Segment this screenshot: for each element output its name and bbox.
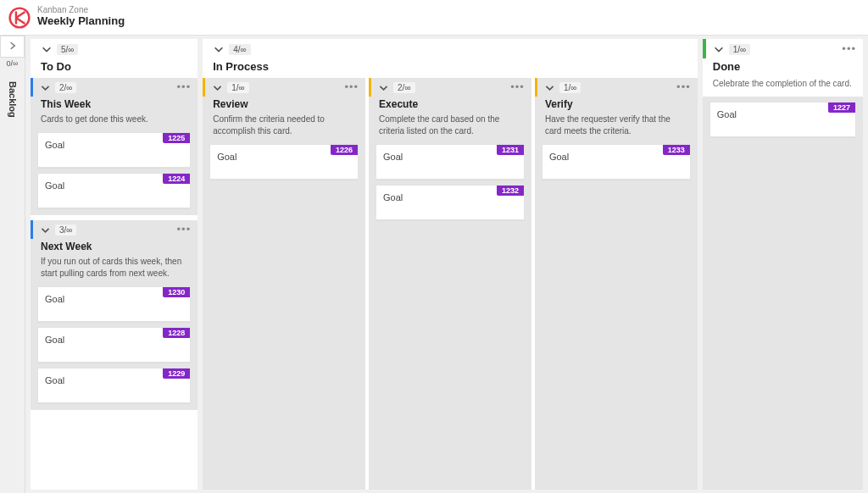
card-badge: 1231 <box>497 145 524 155</box>
card[interactable]: 1228 Goal <box>37 327 191 363</box>
lane-next-week-head: 3/∞ ••• <box>31 220 198 239</box>
card-badge: 1232 <box>497 186 524 196</box>
chevron-down-icon[interactable] <box>713 43 725 55</box>
column-in-process-wip: 4/∞ <box>229 44 250 55</box>
sublane-verify-wip: 1/∞ <box>559 82 581 93</box>
more-icon[interactable]: ••• <box>344 85 359 91</box>
card[interactable]: 1229 Goal <box>37 368 191 403</box>
lane-next-week-title: Next Week <box>31 239 198 256</box>
card-badge: 1229 <box>163 368 190 379</box>
sublane-verify-cards: 1233 Goal <box>535 144 698 180</box>
sublane-review: 1/∞ ••• Review Confirm the criteria need… <box>203 78 365 490</box>
column-in-process-sublanes: 1/∞ ••• Review Confirm the criteria need… <box>203 78 698 490</box>
card[interactable]: 1224 Goal <box>37 173 191 208</box>
column-todo: 5/∞ To Do 2/∞ ••• This Week Cards to get… <box>31 39 198 490</box>
board-title: Weekly Planning <box>37 14 125 29</box>
chevron-down-icon[interactable] <box>544 82 555 93</box>
lane-next-week: 3/∞ ••• Next Week If you run out of card… <box>31 220 198 410</box>
more-icon[interactable]: ••• <box>676 85 691 91</box>
more-icon[interactable]: ••• <box>177 227 192 233</box>
card[interactable]: 1227 Goal <box>709 102 856 137</box>
chevron-down-icon[interactable] <box>212 82 223 93</box>
sublane-execute-head: 2/∞ ••• <box>369 78 531 97</box>
sublane-verify: 1/∞ ••• Verify Have the requester verify… <box>535 78 698 490</box>
lane-this-week-head: 2/∞ ••• <box>31 78 198 97</box>
chevron-down-icon[interactable] <box>40 224 51 235</box>
card[interactable]: 1233 Goal <box>542 144 691 180</box>
lane-this-week: 2/∞ ••• This Week Cards to get done this… <box>31 78 198 215</box>
lane-this-week-desc: Cards to get done this week. <box>31 114 198 132</box>
lane-next-week-cards: 1230 Goal 1228 Goal 1229 Goal <box>31 286 198 403</box>
sublane-verify-title: Verify <box>535 97 698 114</box>
more-icon[interactable]: ••• <box>510 85 525 91</box>
card[interactable]: 1225 Goal <box>37 132 191 168</box>
lane-this-week-cards: 1225 Goal 1224 Goal <box>31 132 198 208</box>
sublane-review-head: 1/∞ ••• <box>203 78 365 97</box>
brand-label: Kanban Zone <box>37 6 125 14</box>
card[interactable]: 1226 Goal <box>209 144 359 180</box>
backlog-collapsed: 0/∞ Backlog <box>0 36 25 493</box>
lane-next-week-wip: 3/∞ <box>55 224 76 235</box>
column-in-process: 4/∞ In Process 1/∞ ••• Review Confirm th… <box>203 39 698 490</box>
card[interactable]: 1232 Goal <box>376 185 525 220</box>
sublane-execute-cards: 1231 Goal 1232 Goal <box>369 144 531 220</box>
card-badge: 1226 <box>331 145 358 155</box>
column-done-head: 1/∞ ••• <box>703 39 863 58</box>
column-in-process-title: In Process <box>203 58 698 78</box>
sublane-review-wip: 1/∞ <box>227 82 248 93</box>
card-badge: 1230 <box>163 287 190 297</box>
sublane-review-desc: Confirm the criteria needed to accomplis… <box>203 114 365 144</box>
lane-this-week-wip: 2/∞ <box>55 82 76 93</box>
column-done-wip: 1/∞ <box>729 44 750 55</box>
column-done-cards: 1227 Goal <box>703 97 863 490</box>
sublane-verify-desc: Have the requester verify that the card … <box>535 114 698 144</box>
lane-this-week-title: This Week <box>31 97 198 114</box>
card-badge: 1233 <box>663 145 690 155</box>
backlog-wip: 0/∞ <box>7 59 19 68</box>
column-todo-wip: 5/∞ <box>57 44 78 55</box>
card-badge: 1225 <box>163 133 190 143</box>
lane-next-week-desc: If you run out of cards this week, then … <box>31 256 198 286</box>
svg-point-0 <box>10 8 30 27</box>
sublane-execute: 2/∞ ••• Execute Complete the card based … <box>369 78 531 490</box>
card-badge: 1224 <box>163 174 190 184</box>
app-header: Kanban Zone Weekly Planning <box>0 0 868 36</box>
chevron-down-icon[interactable] <box>213 43 225 55</box>
backlog-expand-button[interactable] <box>0 36 25 58</box>
sublane-review-cards: 1226 Goal <box>203 144 365 180</box>
column-todo-head: 5/∞ <box>31 39 198 58</box>
chevron-down-icon[interactable] <box>40 82 51 93</box>
column-done-desc: Celebrate the completion of the card. <box>703 78 863 97</box>
column-todo-title: To Do <box>31 58 198 78</box>
sublane-execute-title: Execute <box>369 97 531 114</box>
board: 0/∞ Backlog 5/∞ To Do 2/∞ •• <box>0 36 868 493</box>
column-in-process-head: 4/∞ <box>203 39 698 58</box>
card[interactable]: 1230 Goal <box>37 286 191 322</box>
column-done-title: Done <box>703 58 863 78</box>
header-text: Kanban Zone Weekly Planning <box>37 6 125 29</box>
chevron-down-icon[interactable] <box>41 43 53 55</box>
sublane-verify-head: 1/∞ ••• <box>535 78 698 97</box>
card-badge: 1228 <box>163 328 190 338</box>
column-todo-lanes: 2/∞ ••• This Week Cards to get done this… <box>31 78 198 490</box>
more-icon[interactable]: ••• <box>177 85 192 91</box>
backlog-label: Backlog <box>8 81 18 118</box>
column-done: 1/∞ ••• Done Celebrate the completion of… <box>703 39 863 490</box>
sublane-execute-desc: Complete the card based on the criteria … <box>369 114 531 144</box>
more-icon[interactable]: ••• <box>842 47 856 53</box>
card-badge: 1227 <box>828 102 855 113</box>
app-logo <box>8 7 31 29</box>
columns-container: 5/∞ To Do 2/∞ ••• This Week Cards to get… <box>25 36 868 493</box>
card[interactable]: 1231 Goal <box>376 144 525 180</box>
sublane-review-title: Review <box>203 97 365 114</box>
chevron-right-icon <box>8 41 18 53</box>
sublane-execute-wip: 2/∞ <box>393 82 415 93</box>
chevron-down-icon[interactable] <box>378 82 389 93</box>
